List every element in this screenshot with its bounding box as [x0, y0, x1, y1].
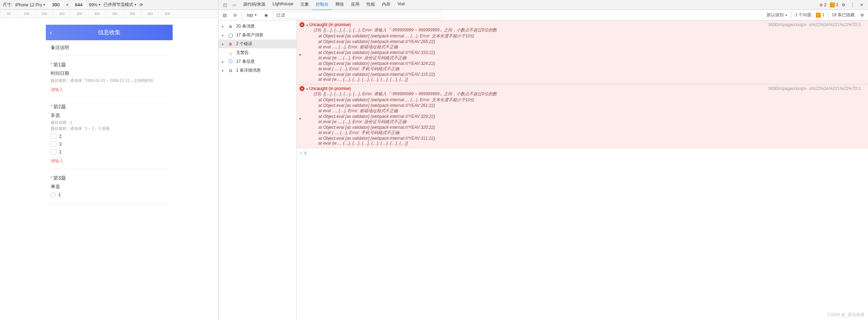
q2-option[interactable]: 2: [51, 133, 168, 139]
ruler-mark: 350: [106, 10, 123, 17]
option-label: 3: [59, 141, 62, 147]
devtools-tab[interactable]: 应用: [347, 0, 363, 10]
zoom-dropdown[interactable]: 99% ▼: [89, 2, 101, 7]
devtools-tab[interactable]: 控制台: [312, 0, 332, 10]
ruler-mark: 100: [18, 10, 35, 17]
context-dropdown[interactable]: top ▼: [245, 12, 259, 18]
ruler-mark: 500: [159, 10, 176, 17]
height-input[interactable]: [71, 1, 86, 8]
question-1: *第1题 时间日期 题目规则：请选择『1900-01-01 ~ 2099-12-…: [46, 55, 173, 97]
app-header: ‹ 信息收集: [46, 25, 173, 40]
stack-line: at eval (…, {…}, Error: 手机号码格式不正确: [307, 66, 861, 72]
clear-console-icon[interactable]: ⊘: [231, 11, 239, 19]
inspect-icon[interactable]: ◰: [221, 1, 229, 9]
sidebar-label: 无警告: [236, 50, 249, 56]
stack-line: at eval (w…, {…}, Error: 身份证号码格式不正确: [307, 119, 861, 125]
stack-line: at Object.eval [as validator] (webpack-i…: [307, 136, 861, 141]
chevron-down-icon: ▼: [785, 14, 788, 17]
prompt-input[interactable]: y: [304, 150, 307, 155]
ruler-mark: 400: [123, 10, 141, 17]
settings-icon[interactable]: ⚙: [839, 1, 848, 9]
devtools-tabs: ◰ ▭ 源代码/来源Lighthouse元素控制台网络应用性能内存Vue ⊗ 2…: [218, 0, 868, 10]
level-label: 默认级别: [767, 12, 784, 17]
stack-line: at eval …, {…}, Error: 邮箱地址格式不正确: [307, 108, 861, 114]
error-source[interactable]: :8000/#/pages/xxsj/x···s%22%3A%221%22%7D…: [768, 86, 861, 91]
console-error[interactable]: ✕▸Uncaught (in promise):8000/#/pages/xxs…: [297, 20, 868, 84]
checkbox-icon[interactable]: [51, 141, 56, 147]
radio-icon[interactable]: [51, 192, 56, 197]
sidebar-item[interactable]: ▸◯17 条用户消息: [218, 31, 296, 40]
live-expression-icon[interactable]: ◉: [262, 11, 270, 19]
sidebar-item[interactable]: △无警告: [218, 48, 296, 57]
devtools-tab[interactable]: Lighthouse: [269, 0, 297, 10]
sidebar-toggle-icon[interactable]: ▤: [221, 11, 228, 19]
warning-badge[interactable]: ! 1: [830, 2, 838, 7]
devtools-tab[interactable]: 源代码/来源: [240, 0, 269, 10]
viewport: ‹ 信息收集 备注说明 *第1题 时间日期 题目规则：请选择『1900-01-0…: [0, 18, 218, 320]
stack-line: at eval (w…, {…}, {…}, {…}, {…}, {…}, {……: [307, 77, 861, 82]
q3-sub: 单选: [51, 183, 168, 190]
stack-line: at Object.eval [as validator] (webpack-i…: [307, 97, 861, 103]
throttle-dropdown[interactable]: 已停用节流模式 ▼: [104, 2, 137, 8]
verbose-icon: ⧉: [228, 68, 233, 73]
remark-section: 备注说明: [46, 40, 173, 55]
console-prompt[interactable]: ›y: [297, 148, 868, 157]
stack-line: at Object.eval [as validator] (webpack-i…: [307, 61, 861, 66]
error-source[interactable]: :8000/#/pages/xxsj/x···s%22%3A%221%22%7D…: [768, 22, 861, 27]
warn-icon: △: [228, 50, 233, 56]
stack-line: at Object.eval [as validator] (webpack-i…: [307, 50, 861, 55]
context-label: top: [247, 13, 253, 18]
console-log: ✕▸Uncaught (in promise):8000/#/pages/xxs…: [297, 20, 868, 320]
sidebar-label: 17 条用户消息: [236, 32, 263, 38]
device-toggle-icon[interactable]: ▭: [230, 1, 238, 9]
checkbox-icon[interactable]: [51, 133, 56, 139]
q2-desc: 题目说明：1: [51, 120, 168, 125]
width-input[interactable]: [48, 1, 63, 8]
option-label: 2: [59, 134, 62, 139]
q3-option[interactable]: 1: [51, 192, 168, 197]
throttle-value: 已停用节流模式: [104, 2, 133, 8]
level-dropdown[interactable]: 默认级别 ▼: [767, 12, 788, 18]
error-icon: ✕: [300, 86, 304, 91]
sidebar-item[interactable]: ▸⧉1 条详细消息: [218, 66, 296, 75]
filter-input[interactable]: [273, 11, 442, 19]
close-icon[interactable]: ✕: [857, 1, 866, 9]
q2-option[interactable]: 1: [51, 149, 168, 155]
more-icon[interactable]: ⋮: [848, 1, 857, 9]
sidebar-item[interactable]: ▸≣20 条消息: [218, 22, 296, 31]
error-badge[interactable]: ⊗ 2: [819, 2, 826, 7]
q2-option[interactable]: 3: [51, 141, 168, 147]
sidebar-item[interactable]: ▸ⓘ17 条信息: [218, 57, 296, 66]
expand-icon: ▸: [222, 69, 225, 72]
console-settings-icon[interactable]: ⚙: [858, 11, 866, 19]
issues-badge[interactable]: ! 1: [816, 12, 824, 18]
chevron-down-icon: ▼: [254, 13, 257, 17]
ruler-mark: 50: [0, 10, 18, 17]
devtools-tab[interactable]: 性能: [363, 0, 378, 10]
devtools-tab[interactable]: Vue: [394, 0, 408, 10]
device-dropdown[interactable]: iPhone 12 Pro ▼: [15, 2, 45, 7]
expand-icon[interactable]: ▸: [300, 116, 301, 120]
devtools-tab[interactable]: 元素: [297, 0, 312, 10]
devtools-tab[interactable]: 网络: [332, 0, 347, 10]
issues-label: 1 个问题:: [795, 12, 812, 18]
stack-line: (19) [{…}, {…}, {…}, {…}, Error: 请输入『-99…: [307, 27, 861, 33]
chevron-down-icon: ▼: [98, 3, 101, 6]
stack-line: at Object.eval [as validator] (webpack-i…: [307, 72, 861, 77]
sidebar-item[interactable]: ▸⊗2 个错误: [218, 40, 296, 48]
devtools-tab[interactable]: 内存: [378, 0, 394, 10]
console-error[interactable]: ✕▸Uncaught (in promise):8000/#/pages/xxs…: [297, 84, 868, 148]
error-icon: ✕: [300, 22, 304, 27]
option-label: 1: [59, 192, 61, 197]
prompt-caret-icon: ›: [300, 150, 302, 155]
error-summary: Uncaught (in promise): [307, 86, 351, 91]
list-icon: ≣: [228, 24, 233, 29]
checkbox-icon[interactable]: [51, 149, 56, 155]
watermark: CSDN @_菜鸟果果: [828, 312, 864, 318]
q2-title: *第2题: [51, 104, 168, 110]
expand-icon[interactable]: ▸: [300, 53, 301, 56]
ruler-mark: 450: [141, 10, 159, 17]
expand-icon: ▸: [222, 60, 225, 64]
hidden-count[interactable]: 18 条已隐藏: [832, 12, 855, 18]
rotate-icon[interactable]: ⟳: [140, 2, 143, 7]
